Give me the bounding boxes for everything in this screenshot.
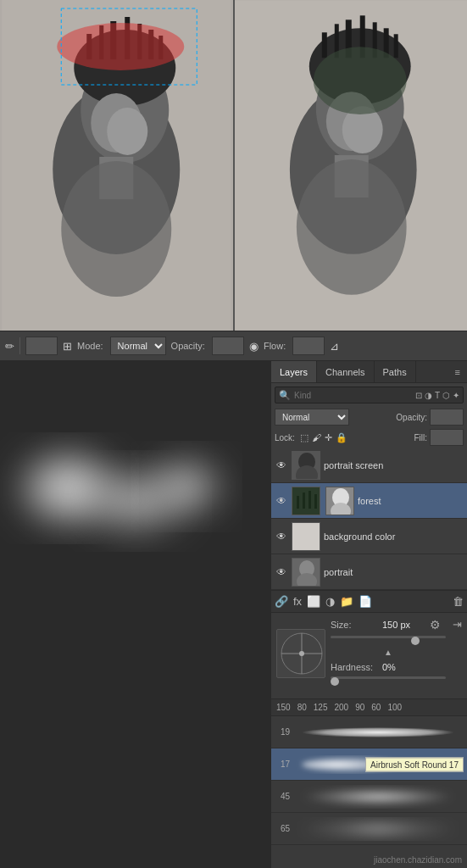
preset-size-80[interactable]: 80 [297,703,307,712]
adjustment-icon[interactable]: ◑ [325,595,335,608]
filter-text-icon[interactable]: T [435,391,440,400]
filter-pixel-icon[interactable]: ⊡ [415,391,422,400]
preset-size-100[interactable]: 100 [387,703,402,712]
layer-item-portrait[interactable]: 👁 portrait [271,554,467,590]
preset-num: 19 [275,727,290,737]
hardness-slider[interactable] [331,676,446,688]
svg-point-11 [57,23,184,70]
canvas-left[interactable] [0,0,235,331]
size-param-row: Size: 150 px ⚙ [331,618,446,632]
svg-point-53 [299,651,304,656]
opacity-value-input[interactable]: 100% [430,409,464,426]
preset-brush-preview [293,753,464,776]
mode-label: Mode: [77,341,103,351]
tab-channels[interactable]: Channels [317,361,374,382]
layers-kind-input[interactable] [294,391,412,400]
lock-label: Lock: [275,433,295,442]
new-layer-icon[interactable]: 📄 [359,595,372,608]
hardness-param-row: Hardness: 0% [331,662,446,672]
layers-search-bar[interactable]: 🔍 ⊡ ◑ T ⬡ ✦ [275,387,464,403]
filter-smart-icon[interactable]: ✦ [453,391,459,400]
link-layers-icon[interactable]: 🔗 [275,595,288,608]
filter-shape-icon[interactable]: ⬡ [442,391,450,400]
tablet-icon[interactable]: ⊿ [330,340,339,353]
svg-point-32 [313,47,406,114]
right-panels: Layers Channels Paths ≡ 🔍 ⊡ ◑ T ⬡ [270,361,467,868]
mode-select[interactable]: Normal [110,337,166,355]
size-slider-thumb[interactable] [411,637,420,645]
layer-thumbnail [292,451,320,480]
brush-preview-canvas[interactable] [0,361,270,868]
lock-transparent-icon[interactable]: ⬚ [300,432,309,443]
delete-layer-icon[interactable]: 🗑 [453,595,464,608]
layer-visibility-icon[interactable]: 👁 [275,566,288,578]
preset-size-60[interactable]: 60 [371,703,381,712]
canvas-right[interactable] [235,0,468,331]
layer-visibility-icon[interactable]: 👁 [275,459,288,471]
preset-num: 17 [275,760,290,769]
layer-name: forest [358,496,464,506]
tab-paths[interactable]: Paths [375,361,416,382]
svg-point-31 [296,159,406,295]
layer-item-portrait-screen[interactable]: 👁 portrait screen [271,448,467,483]
preset-row-19[interactable]: 19 [271,716,467,748]
brush-settings-gear-icon[interactable]: ⚙ [430,618,441,632]
blend-mode-select[interactable]: Normal [275,409,349,426]
size-slider[interactable] [331,636,446,648]
svg-rect-41 [303,492,305,509]
size-arrow: ▲ [331,648,446,657]
preset-row-45[interactable]: 45 [271,781,467,813]
fill-value-input[interactable]: 100% [430,429,464,446]
airbrush-icon[interactable]: ◉ [249,340,259,353]
svg-rect-21 [321,32,326,58]
brush-panel-settings-icon[interactable]: ⇥ [453,618,462,631]
new-group-icon[interactable]: 📁 [340,595,353,608]
preset-size-200[interactable]: 200 [335,703,349,712]
flow-input[interactable]: 100% [292,337,325,355]
brush-tool-icon[interactable]: ✏ [5,340,14,353]
layers-panel: Layers Channels Paths ≡ 🔍 ⊡ ◑ T ⬡ [271,361,467,613]
fill-row: Fill: 100% [414,429,464,446]
svg-point-16 [61,161,171,297]
preset-size-125[interactable]: 125 [314,703,328,712]
svg-point-56 [391,759,464,771]
svg-point-58 [297,818,459,840]
add-mask-icon[interactable]: ⬜ [307,595,320,608]
layer-thumbnail [292,487,320,515]
preset-brush-preview [293,817,464,841]
hardness-value: 0% [382,662,425,672]
svg-rect-40 [297,496,299,509]
brush-size-input[interactable]: 175 [25,337,58,355]
opacity-input[interactable]: 100% [212,337,244,355]
tab-layers[interactable]: Layers [271,361,317,382]
flow-label: Flow: [264,341,286,351]
preset-row-17[interactable]: 17 A [271,748,467,781]
hardness-slider-track [331,676,446,679]
svg-rect-43 [314,494,317,509]
filter-adjust-icon[interactable]: ◑ [425,391,432,400]
size-label: Size: [331,620,377,630]
svg-point-14 [107,108,147,155]
layer-item-background-color[interactable]: 👁 background color [271,519,467,554]
layer-name: portrait screen [324,460,464,470]
layer-item-forest[interactable]: 👁 fores [271,483,467,519]
lock-all-icon[interactable]: 🔒 [336,432,347,443]
lock-position-icon[interactable]: ✛ [325,432,332,443]
add-style-icon[interactable]: fx [293,595,302,608]
hardness-slider-thumb[interactable] [331,677,339,686]
layer-visibility-icon[interactable]: 👁 [275,531,288,542]
brush-options-icon[interactable]: ⊞ [63,340,72,353]
layer-thumbnail [292,522,320,551]
layer-thumbnail [292,558,320,587]
layer-visibility-icon[interactable]: 👁 [275,495,288,507]
lock-paint-icon[interactable]: 🖌 [312,432,321,443]
preset-size-90[interactable]: 90 [355,703,364,712]
panel-menu-icon[interactable]: ≡ [448,367,467,377]
preset-size-150[interactable]: 150 [276,703,291,712]
lock-icons: ⬚ 🖌 ✛ 🔒 [300,432,347,443]
layers-blend-row: Normal Opacity: 100% [271,407,467,427]
brush-crosshair-control[interactable] [276,629,325,678]
preset-row-65[interactable]: 65 [271,813,467,845]
search-icon: 🔍 [279,390,291,401]
layers-lock-row: Lock: ⬚ 🖌 ✛ 🔒 Fill: 100% [271,427,467,448]
